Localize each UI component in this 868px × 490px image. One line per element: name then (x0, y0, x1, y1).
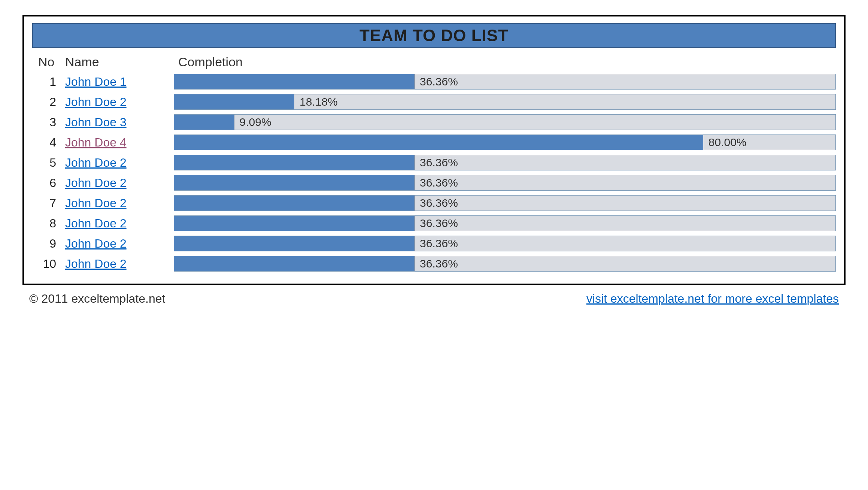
progress-bar: 36.36% (174, 215, 836, 231)
progress-bar-label: 36.36% (415, 217, 458, 230)
progress-bar: 36.36% (174, 256, 836, 272)
progress-bar-label: 36.36% (415, 237, 458, 250)
main-container: TEAM TO DO LIST No Name Completion 1John… (22, 15, 846, 285)
name-link[interactable]: John Doe 2 (65, 217, 127, 230)
progress-bar-fill (174, 196, 415, 211)
table-row: 2John Doe 218.18% (32, 94, 836, 110)
row-name-cell: John Doe 2 (65, 257, 174, 271)
footer-link[interactable]: visit exceltemplate.net for more excel t… (586, 292, 839, 306)
footer-copyright: © 2011 exceltemplate.net (29, 292, 165, 306)
table-row: 10John Doe 236.36% (32, 256, 836, 272)
table-row: 1John Doe 136.36% (32, 74, 836, 90)
row-name-cell: John Doe 4 (65, 136, 174, 149)
header-completion: Completion (174, 55, 836, 69)
progress-bar-label: 36.36% (415, 156, 458, 169)
progress-bar-fill (174, 155, 415, 170)
row-number: 1 (32, 75, 65, 89)
progress-bar-label: 36.36% (415, 176, 458, 189)
name-link[interactable]: John Doe 4 (65, 136, 127, 149)
name-link[interactable]: John Doe 2 (65, 257, 127, 270)
table-row: 3John Doe 39.09% (32, 114, 836, 130)
progress-bar-fill (174, 256, 415, 271)
row-number: 5 (32, 156, 65, 170)
row-number: 4 (32, 136, 65, 149)
row-number: 7 (32, 196, 65, 210)
row-name-cell: John Doe 2 (65, 176, 174, 190)
progress-bar-fill (174, 175, 415, 190)
progress-bar-fill (174, 115, 234, 130)
progress-bar-label: 36.36% (415, 257, 458, 270)
row-number: 6 (32, 176, 65, 190)
table-row: 6John Doe 236.36% (32, 175, 836, 191)
table-row: 8John Doe 236.36% (32, 215, 836, 231)
row-name-cell: John Doe 2 (65, 196, 174, 210)
row-number: 3 (32, 115, 65, 129)
progress-bar-fill (174, 94, 294, 109)
rows-container: 1John Doe 136.36%2John Doe 218.18%3John … (32, 74, 836, 272)
progress-bar: 36.36% (174, 155, 836, 170)
row-name-cell: John Doe 2 (65, 95, 174, 109)
name-link[interactable]: John Doe 3 (65, 115, 127, 129)
row-name-cell: John Doe 3 (65, 115, 174, 129)
table-row: 9John Doe 236.36% (32, 236, 836, 251)
progress-bar: 36.36% (174, 175, 836, 191)
progress-bar-fill (174, 216, 415, 231)
title-bar: TEAM TO DO LIST (32, 23, 836, 48)
progress-bar: 36.36% (174, 236, 836, 251)
table-row: 7John Doe 236.36% (32, 195, 836, 211)
name-link[interactable]: John Doe 1 (65, 75, 127, 88)
name-link[interactable]: John Doe 2 (65, 156, 127, 169)
progress-bar-fill (174, 135, 703, 150)
row-name-cell: John Doe 2 (65, 217, 174, 230)
table-row: 5John Doe 236.36% (32, 155, 836, 170)
header-no: No (32, 55, 65, 69)
progress-bar: 36.36% (174, 195, 836, 211)
progress-bar: 36.36% (174, 74, 836, 90)
progress-bar-label: 80.00% (703, 136, 747, 149)
row-name-cell: John Doe 2 (65, 237, 174, 251)
progress-bar-label: 36.36% (415, 197, 458, 209)
name-link[interactable]: John Doe 2 (65, 196, 127, 210)
progress-bar-fill (174, 74, 415, 89)
row-number: 10 (32, 257, 65, 271)
name-link[interactable]: John Doe 2 (65, 176, 127, 190)
footer: © 2011 exceltemplate.net visit exceltemp… (22, 292, 846, 306)
progress-bar: 80.00% (174, 134, 836, 150)
table-header-row: No Name Completion (32, 55, 836, 69)
table-row: 4John Doe 480.00% (32, 134, 836, 150)
progress-bar-label: 18.18% (294, 96, 338, 108)
row-number: 2 (32, 95, 65, 109)
row-name-cell: John Doe 2 (65, 156, 174, 170)
row-name-cell: John Doe 1 (65, 75, 174, 89)
completion-table: No Name Completion 1John Doe 136.36%2Joh… (32, 55, 836, 272)
header-name: Name (65, 55, 174, 69)
progress-bar-fill (174, 236, 415, 251)
progress-bar-label: 9.09% (234, 116, 271, 128)
progress-bar: 9.09% (174, 114, 836, 130)
progress-bar-label: 36.36% (415, 75, 458, 88)
name-link[interactable]: John Doe 2 (65, 95, 127, 109)
row-number: 9 (32, 237, 65, 251)
name-link[interactable]: John Doe 2 (65, 237, 127, 250)
row-number: 8 (32, 217, 65, 230)
title-text: TEAM TO DO LIST (359, 26, 509, 45)
progress-bar: 18.18% (174, 94, 836, 110)
